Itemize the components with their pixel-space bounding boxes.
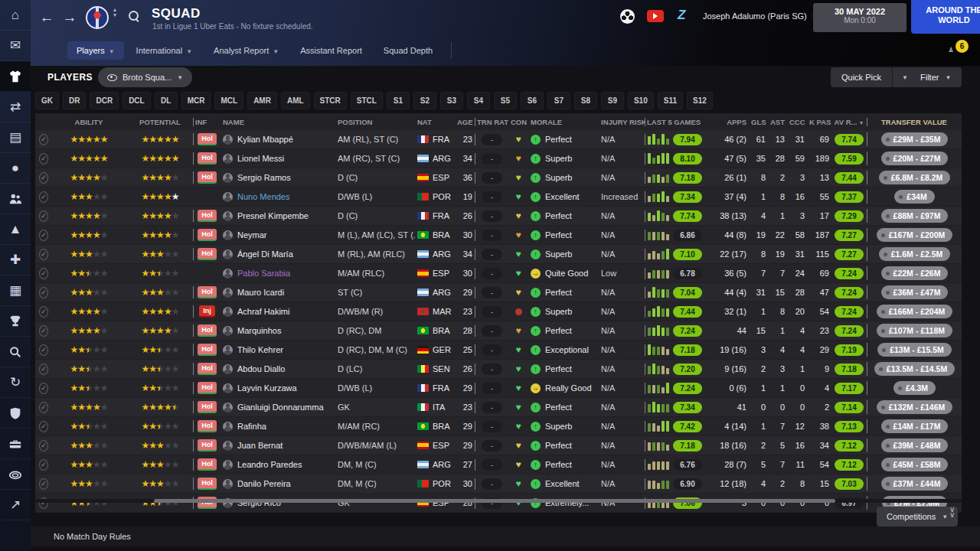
player-row[interactable]: ✓★★★★★★★★★★Nuno MendesD/WB (L)POR19-♥↑Ex…	[35, 187, 962, 207]
player-name[interactable]: Rafinha	[237, 422, 266, 431]
info-badge-hol[interactable]: Hol	[198, 286, 217, 298]
player-row[interactable]: ✓★★★★★★★★★★HolPresnel KimpembeD (C)FRA26…	[35, 207, 962, 226]
competitions-dropdown[interactable]: Competitions ▼	[877, 507, 958, 527]
column-header-NAT[interactable]: NAT	[415, 118, 455, 126]
position-filter-s3[interactable]: S3	[440, 92, 463, 109]
selected-check-icon[interactable]: ✓	[39, 402, 48, 413]
sidebar-item-club-info[interactable]	[0, 398, 31, 429]
selected-check-icon[interactable]: ✓	[39, 210, 48, 222]
game-date[interactable]: 30 MAY 2022 Mon 0:00	[813, 3, 906, 32]
sidebar-item-competitions[interactable]	[0, 306, 31, 337]
collapse-panel-icon[interactable]: ∨∨	[949, 507, 955, 517]
sidebar-item-home[interactable]: ⌂	[0, 0, 31, 31]
forward-arrow-icon[interactable]: →	[60, 8, 80, 28]
selected-check-icon[interactable]: ✓	[39, 459, 48, 471]
selected-check-icon[interactable]: ✓	[39, 440, 48, 452]
player-name[interactable]: Neymar	[237, 230, 267, 240]
info-badge-hol[interactable]: Hol	[198, 401, 217, 413]
info-badge-hol[interactable]: Hol	[198, 420, 217, 432]
sidebar-item-squad[interactable]	[0, 61, 31, 92]
position-filter-s4[interactable]: S4	[467, 92, 490, 109]
position-filter-s7[interactable]: S7	[547, 92, 570, 109]
player-row[interactable]: ✓★★★★★★★★★★★★HolSergio RicoGKESP28-♥↑Ext…	[35, 494, 962, 513]
quick-pick-button[interactable]: Quick Pick ▼	[831, 67, 917, 87]
position-filter-s9[interactable]: S9	[601, 92, 624, 109]
column-header-GLS[interactable]: GLS	[749, 118, 768, 126]
sidebar-item-staff[interactable]	[0, 184, 31, 214]
selected-check-icon[interactable]: ✓	[39, 134, 48, 145]
player-name[interactable]: Abdou Diallo	[237, 364, 285, 373]
column-header-APPS[interactable]: APPS	[710, 118, 749, 126]
player-name[interactable]: Juan Bernat	[237, 441, 283, 450]
player-name[interactable]: Danilo Pereira	[237, 479, 291, 488]
position-filter-amr[interactable]: AMR	[247, 92, 277, 109]
social-z-icon[interactable]: Z	[678, 8, 685, 23]
column-header-MORALE[interactable]: MORALE	[528, 118, 599, 126]
notification-badge[interactable]: 6	[956, 40, 969, 53]
player-row[interactable]: ✓★★★★★★★★★★HolLionel MessiAM (RC), ST (C…	[35, 149, 962, 168]
tab-players[interactable]: Players▼	[67, 41, 124, 60]
player-name[interactable]: Leandro Paredes	[237, 460, 302, 469]
position-filter-gk[interactable]: GK	[35, 92, 59, 109]
sidebar-item-inbox[interactable]: ✉	[0, 31, 31, 61]
selected-check-icon[interactable]: ✓	[39, 306, 48, 318]
table-header-row[interactable]: ABILITYPOTENTIALINFNAMEPOSITIONNATAGETRN…	[35, 113, 962, 130]
player-row[interactable]: ✓★★★★★★★★★★★★Pablo SarabiaM/AM (RLC)ESP3…	[35, 264, 962, 283]
info-badge-hol[interactable]: Hol	[198, 210, 217, 222]
player-row[interactable]: ✓★★★★★★★★★★HolMarquinhosD (RC), DMBRA28-…	[35, 321, 962, 341]
info-badge-hol[interactable]: Hol	[198, 171, 217, 184]
player-row[interactable]: ✓★★★★★★★★★★HolDanilo PereiraDM, M (C)POR…	[35, 474, 962, 494]
player-name[interactable]: Kylian Mbappé	[237, 135, 293, 144]
position-filter-mcl[interactable]: MCL	[214, 92, 243, 109]
position-filter-stcr[interactable]: STCR	[314, 92, 347, 109]
info-badge-hol[interactable]: Hol	[198, 458, 217, 471]
info-badge-hol[interactable]: Hol	[198, 363, 217, 375]
player-row[interactable]: ✓★★★★★★★★★★★★HolThilo KehrerD (RC), DM, …	[35, 341, 962, 360]
player-row[interactable]: ✓★★★★★★★★★★★HolGianluigi DonnarummaGKITA…	[35, 398, 962, 417]
club-switch-carets[interactable]: ▴▾	[113, 7, 116, 18]
column-header-CON[interactable]: CON	[508, 118, 528, 126]
player-name[interactable]: Presnel Kimpembe	[237, 211, 309, 220]
back-arrow-icon[interactable]: ←	[37, 8, 57, 28]
manager-menu[interactable]: Joseph Adalumo (Paris SG)▼	[703, 11, 818, 21]
sidebar-item-scouting[interactable]	[0, 337, 31, 367]
selected-check-icon[interactable]: ✓	[39, 344, 48, 356]
scrollbar-thumb[interactable]	[154, 499, 835, 503]
info-badge-hol[interactable]: Hol	[198, 229, 217, 241]
player-row[interactable]: ✓★★★★★★★★★★HolÁngel Di MaríaM (RL), AM (…	[35, 245, 962, 264]
player-name[interactable]: Layvin Kurzawa	[237, 383, 297, 393]
selected-check-icon[interactable]: ✓	[39, 287, 48, 298]
sidebar-item-medical-centre[interactable]: ✚	[0, 245, 31, 276]
selected-check-icon[interactable]: ✓	[39, 268, 48, 279]
info-badge-hol[interactable]: Hol	[198, 478, 217, 490]
column-header-AV R...[interactable]: AV R... ▼	[831, 118, 867, 126]
player-row[interactable]: ✓★★★★★★★★★★HolLeandro ParedesDM, M (C)AR…	[35, 455, 962, 474]
continue-button[interactable]: AROUND THE WORLD › 👤2	[911, 0, 980, 34]
youtube-icon[interactable]	[647, 10, 664, 22]
position-filter-s11[interactable]: S11	[658, 92, 683, 109]
column-header-AGE[interactable]: AGE	[455, 118, 475, 126]
column-header-INF[interactable]: INF	[193, 118, 220, 126]
player-name[interactable]: Nuno Mendes	[237, 192, 290, 201]
sidebar-item-transfers[interactable]: ⇄	[0, 92, 31, 122]
position-filter-s1[interactable]: S1	[387, 92, 410, 109]
tab-international[interactable]: International▼	[127, 41, 201, 60]
player-row[interactable]: ✓★★★★★★★★★★★★HolAbdou DialloD (LC)SEN26-…	[35, 360, 962, 379]
selected-check-icon[interactable]: ✓	[39, 364, 48, 375]
column-header-POTENTIAL[interactable]: POTENTIAL	[127, 118, 193, 126]
player-name[interactable]: Pablo Sarabia	[237, 269, 290, 278]
info-badge-hol[interactable]: Hol	[198, 439, 217, 452]
sidebar-item-development[interactable]: ↗	[0, 490, 31, 520]
position-filter-dcr[interactable]: DCR	[90, 92, 119, 109]
position-filter-mcr[interactable]: MCR	[181, 92, 211, 109]
position-filter-stcl[interactable]: STCL	[351, 92, 383, 109]
selected-check-icon[interactable]: ✓	[39, 153, 48, 165]
player-name[interactable]: Marquinhos	[237, 326, 281, 335]
club-crest[interactable]	[86, 6, 109, 29]
selected-check-icon[interactable]: ✓	[39, 230, 48, 241]
column-header-CCC[interactable]: CCC	[787, 118, 807, 126]
sidebar-item-dynamics[interactable]: ▲	[0, 214, 31, 245]
player-row[interactable]: ✓★★★★★★★★★★★★HolRafinhaM/AM (RC)BRA29-♥↑…	[35, 417, 962, 436]
sidebar-item-club-vision[interactable]: ●	[0, 153, 31, 184]
sidebar-item-tactics[interactable]: ▤	[0, 122, 31, 153]
